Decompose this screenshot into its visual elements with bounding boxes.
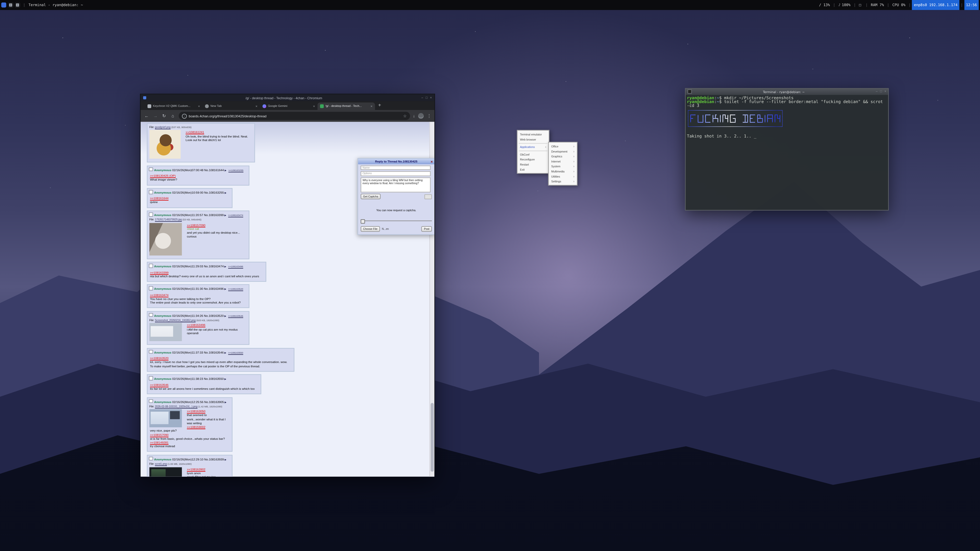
options-field[interactable] xyxy=(361,171,431,176)
post-thumbnail[interactable] xyxy=(149,467,182,477)
post-thumbnail[interactable] xyxy=(149,323,182,341)
post-checkbox[interactable] xyxy=(149,399,153,403)
minimize-icon[interactable]: – xyxy=(876,90,878,93)
file-link[interactable]: goodgrief.png xyxy=(155,125,170,129)
post-number[interactable]: No.108163399 xyxy=(204,214,224,217)
quotelink[interactable]: >>108130425 (OP) xyxy=(150,174,176,177)
post-checkbox[interactable] xyxy=(149,213,153,217)
quotelink[interactable]: >>108149281 xyxy=(150,441,169,444)
post-menu-icon[interactable]: ▶ xyxy=(224,191,226,194)
tab-close-icon[interactable]: × xyxy=(198,104,200,108)
menu-item-exit[interactable]: Exit xyxy=(517,167,549,172)
post-thumbnail[interactable] xyxy=(149,223,182,256)
post-checkbox[interactable] xyxy=(149,167,153,171)
close-icon[interactable]: × xyxy=(431,159,433,164)
minimize-icon[interactable]: – xyxy=(422,96,423,99)
post-number[interactable]: No.108163496 xyxy=(204,288,224,291)
quotelink[interactable]: >>108157090 xyxy=(187,224,205,227)
terminal-body[interactable]: ryan@debian:~$ mkdir ~/Pictures/Screensh… xyxy=(686,95,888,210)
post-thumbnail[interactable] xyxy=(149,130,180,159)
home-icon[interactable]: ⌂ xyxy=(170,114,176,118)
post-menu-icon[interactable]: ▶ xyxy=(224,168,226,171)
profile-avatar[interactable] xyxy=(418,113,424,119)
post-button[interactable]: Post xyxy=(422,226,432,232)
tab-close-icon[interactable]: × xyxy=(371,104,372,108)
post-number[interactable]: No.108163255 xyxy=(204,191,224,194)
launcher-icon[interactable] xyxy=(1,3,6,8)
post-menu-icon[interactable]: ▶ xyxy=(224,288,226,291)
quotelink[interactable]: >>108163902 xyxy=(187,468,205,471)
slider-handle[interactable] xyxy=(361,219,365,224)
post-number[interactable]: No.108163939 xyxy=(204,458,224,461)
name-field[interactable] xyxy=(361,165,431,170)
post-checkbox[interactable] xyxy=(149,376,153,380)
post-checkbox[interactable] xyxy=(149,286,153,291)
post-menu-icon[interactable]: ▶ xyxy=(224,214,226,217)
post-number[interactable]: No.108163905 xyxy=(204,400,224,403)
browser-titlebar[interactable]: /g/ - desktop thread - Technology - 4cha… xyxy=(141,94,434,101)
choose-file-button[interactable]: Choose File xyxy=(361,226,380,232)
backlink[interactable]: >>108163546 xyxy=(228,314,243,318)
quotelink[interactable]: >>108159002 xyxy=(187,426,205,429)
forward-icon[interactable]: → xyxy=(153,114,158,118)
captcha-aux-button[interactable] xyxy=(425,194,432,199)
post-number[interactable]: No.108161644 xyxy=(204,168,224,171)
menu-kebab-icon[interactable]: ⋮ xyxy=(427,113,431,118)
scrollbar-thumb[interactable] xyxy=(431,403,434,472)
terminal-titlebar[interactable]: Terminal - ryan@debian: ~ –□× xyxy=(686,89,888,95)
tab-close-icon[interactable]: × xyxy=(256,104,258,108)
post-checkbox[interactable] xyxy=(149,350,153,354)
get-captcha-button[interactable]: Get Captcha xyxy=(361,194,381,199)
workspace-icon-1[interactable] xyxy=(8,3,13,8)
back-icon[interactable]: ← xyxy=(144,114,149,118)
downloads-icon[interactable]: ↓ xyxy=(413,114,415,118)
new-tab-button[interactable]: + xyxy=(378,103,381,108)
backlink[interactable]: >>108163496 xyxy=(228,265,243,268)
menu-item-reconfigure[interactable]: Reconfigure xyxy=(517,157,549,162)
post-thumbnail[interactable] xyxy=(149,409,182,427)
quotelink[interactable]: >>108163546 xyxy=(150,383,169,386)
menu-item-applications[interactable]: Applications› xyxy=(517,144,549,149)
post-menu-icon[interactable]: ▶ xyxy=(224,400,226,403)
file-link[interactable]: scrot1.png xyxy=(155,462,167,465)
post-checkbox[interactable] xyxy=(149,190,153,194)
post-number[interactable]: No.108163546 xyxy=(204,351,224,354)
submenu-item-multimedia[interactable]: Multimedia› xyxy=(549,168,577,174)
submenu-item-utilities[interactable]: Utilities› xyxy=(549,174,577,179)
post-menu-icon[interactable]: ▶ xyxy=(224,314,226,318)
tab-google-gemini[interactable]: Google Gemini× xyxy=(260,102,318,110)
menu-item-obconf[interactable]: ObConf xyxy=(517,152,549,157)
post-number[interactable]: No.108163520 xyxy=(204,314,224,318)
tab-close-icon[interactable]: × xyxy=(313,104,315,108)
file-link[interactable]: 2026-02-08-103151_1920x10(...).png xyxy=(155,405,197,408)
backlink[interactable]: >>108163550 xyxy=(228,351,243,354)
address-bar[interactable]: i boards.4chan.org/g/thread/108130425/de… xyxy=(179,112,410,120)
post-checkbox[interactable] xyxy=(149,264,153,268)
maximize-icon[interactable]: □ xyxy=(426,96,428,99)
reload-icon[interactable]: ↻ xyxy=(161,114,167,118)
bookmark-star-icon[interactable]: ☆ xyxy=(403,113,407,118)
quotelink[interactable]: >>108163496 xyxy=(187,324,205,327)
submenu-item-office[interactable]: Office› xyxy=(549,144,577,149)
comment-textarea[interactable]: Why is everyone using a tiling WM but th… xyxy=(361,177,431,192)
quick-reply-titlebar[interactable]: Reply to Thread No.108130425 × xyxy=(358,159,434,164)
quotelink[interactable]: >>108163050 xyxy=(187,410,205,413)
site-info-icon[interactable]: i xyxy=(182,113,187,118)
post-number[interactable]: No.108163550 xyxy=(204,378,224,381)
backlink[interactable]: >>108163520 xyxy=(228,288,243,291)
quotelink[interactable]: >>108157090 xyxy=(150,433,169,436)
submenu-item-system[interactable]: System› xyxy=(549,164,577,169)
submenu-item-development[interactable]: Development› xyxy=(549,149,577,154)
tab-new-tab[interactable]: New Tab× xyxy=(202,102,260,110)
submenu-item-settings[interactable]: Settings› xyxy=(549,179,577,184)
quotelink[interactable]: >>108163474 xyxy=(150,293,169,297)
close-icon[interactable]: × xyxy=(430,96,432,99)
submenu-item-internet[interactable]: Internet› xyxy=(549,159,577,164)
quotelink[interactable]: >>108161644 xyxy=(150,197,169,200)
post-checkbox[interactable] xyxy=(149,457,153,461)
backlink[interactable]: >>108163255 xyxy=(228,168,243,171)
post-checkbox[interactable] xyxy=(149,313,153,317)
captcha-slider[interactable] xyxy=(361,221,432,224)
post-menu-icon[interactable]: ▶ xyxy=(224,351,226,354)
backlink[interactable]: >>108163474 xyxy=(228,214,243,217)
